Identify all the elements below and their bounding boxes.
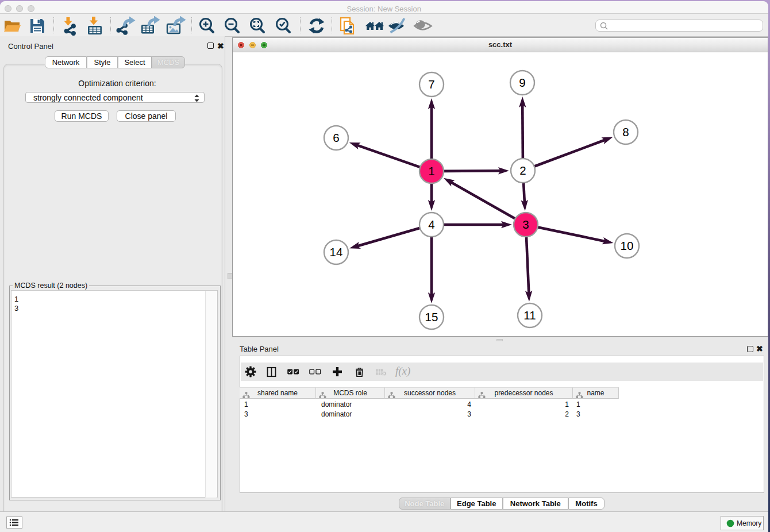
svg-text:7: 7 (428, 78, 434, 91)
svg-text:9: 9 (519, 76, 525, 89)
svg-text:14: 14 (330, 245, 343, 259)
svg-text:10: 10 (621, 239, 634, 252)
svg-text:15: 15 (425, 310, 438, 323)
svg-text:6: 6 (333, 131, 339, 144)
svg-text:8: 8 (622, 125, 629, 138)
svg-text:1: 1 (428, 164, 434, 178)
svg-text:11: 11 (523, 309, 536, 322)
svg-text:4: 4 (428, 218, 434, 231)
svg-text:2: 2 (519, 164, 526, 177)
svg-text:3: 3 (522, 218, 529, 231)
